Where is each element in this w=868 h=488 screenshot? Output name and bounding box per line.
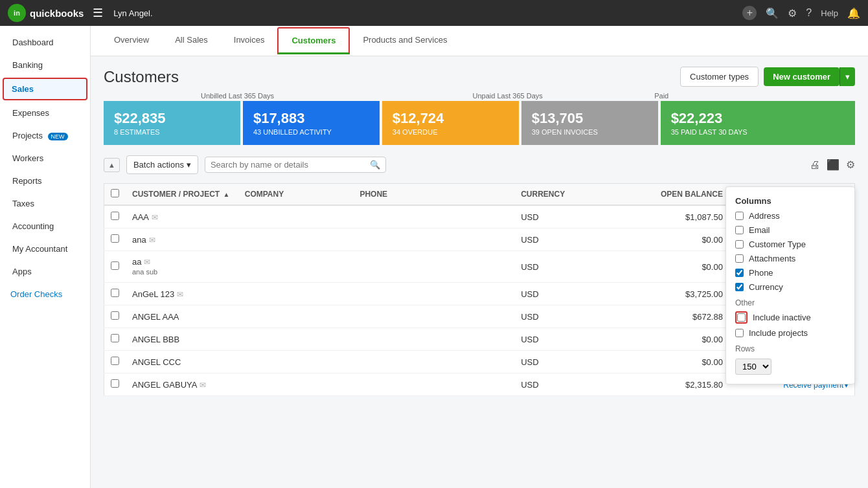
row-checkbox-cell[interactable]	[104, 351, 126, 373]
row-customer-name[interactable]: AnGeL 123	[132, 289, 174, 299]
stat-desc-paid: 35 PAID LAST 30 DAYS	[671, 128, 845, 136]
subnav-all-sales[interactable]: All Sales	[162, 26, 221, 56]
col-option-email[interactable]: Email	[735, 225, 845, 235]
row-checkbox-cell[interactable]	[104, 328, 126, 351]
col-checkbox-include-inactive[interactable]	[737, 313, 746, 322]
sidebar-item-apps[interactable]: Apps	[0, 260, 90, 283]
sidebar-item-banking[interactable]: Banking	[0, 54, 90, 76]
row-checkbox[interactable]	[111, 311, 119, 320]
print-icon[interactable]: 🖨	[810, 159, 820, 171]
col-option-attachments[interactable]: Attachments	[735, 254, 845, 263]
logo[interactable]: in quickbooks	[8, 4, 84, 22]
row-checkbox-cell[interactable]	[104, 228, 126, 251]
subnav-invoices[interactable]: Invoices	[221, 26, 278, 56]
row-currency-cell: USD	[514, 373, 622, 396]
row-checkbox-cell[interactable]	[104, 283, 126, 305]
help-label[interactable]: Help	[821, 8, 838, 18]
rows-select[interactable]: 150 50 100 200	[735, 359, 771, 375]
new-customer-dropdown-button[interactable]: ▾	[839, 67, 855, 86]
row-currency-cell: USD	[514, 228, 622, 251]
row-customer-name[interactable]: ana	[132, 235, 146, 245]
customer-types-button[interactable]: Customer types	[680, 67, 759, 87]
select-all-checkbox[interactable]	[111, 189, 119, 197]
sidebar-item-expenses[interactable]: Expenses	[0, 102, 90, 124]
batch-actions-button[interactable]: Batch actions ▾	[126, 155, 198, 174]
new-customer-button[interactable]: New customer	[764, 67, 839, 86]
sidebar-item-workers[interactable]: Workers	[0, 147, 90, 170]
col-checkbox-email[interactable]	[735, 226, 744, 234]
export-icon[interactable]: ⬛	[827, 159, 839, 171]
stat-card-overdue[interactable]: $12,724 34 OVERDUE	[382, 101, 519, 145]
sidebar-item-reports[interactable]: Reports	[0, 170, 90, 192]
email-icon: ✉	[149, 236, 155, 245]
row-customer-name[interactable]: ANGEL BBB	[132, 335, 179, 344]
row-checkbox-cell[interactable]	[104, 305, 126, 328]
col-checkbox-customer-type[interactable]	[735, 240, 744, 249]
col-checkbox-address[interactable]	[735, 212, 744, 220]
qb-logo-icon: in	[8, 4, 26, 22]
col-header-customer[interactable]: CUSTOMER / PROJECT ▲ COMPANY	[126, 184, 353, 206]
row-currency-cell: USD	[514, 205, 622, 228]
sidebar-item-sales[interactable]: Sales	[3, 78, 87, 100]
col-option-include-inactive[interactable]: Include inactive	[735, 311, 845, 324]
col-check-all[interactable]	[104, 184, 126, 206]
projects-badge: NEW	[48, 133, 68, 140]
subnav-products-services[interactable]: Products and Services	[350, 26, 460, 56]
row-name-cell: AnGeL 123✉	[126, 283, 353, 305]
col-checkbox-currency[interactable]	[735, 283, 744, 291]
col-option-currency[interactable]: Currency	[735, 282, 845, 292]
stat-amount-overdue: $12,724	[393, 110, 508, 127]
col-option-customer-type[interactable]: Customer Type	[735, 239, 845, 249]
stat-card-estimates[interactable]: $22,835 8 ESTIMATES	[104, 101, 240, 145]
help-icon[interactable]: ?	[806, 7, 812, 19]
col-checkbox-attachments[interactable]	[735, 254, 744, 263]
sidebar-item-dashboard[interactable]: Dashboard	[0, 31, 90, 54]
subnav-overview[interactable]: Overview	[101, 26, 162, 56]
row-balance-cell: $672.88	[622, 305, 729, 328]
col-checkbox-phone[interactable]	[735, 269, 744, 277]
stat-card-unbilled[interactable]: $17,883 43 UNBILLED ACTIVITY	[243, 101, 380, 145]
row-customer-name[interactable]: ANGEL AAA	[132, 312, 179, 322]
row-checkbox[interactable]	[111, 334, 119, 342]
row-checkbox[interactable]	[111, 212, 119, 220]
collapse-button[interactable]: ▲	[104, 158, 120, 172]
hamburger-icon[interactable]: ☰	[93, 6, 103, 20]
row-checkbox-cell[interactable]	[104, 205, 126, 228]
subnav-customers[interactable]: Customers	[277, 27, 350, 54]
stat-card-open-invoices[interactable]: $13,705 39 OPEN INVOICES	[521, 101, 658, 145]
settings-columns-icon[interactable]: ⚙	[846, 159, 855, 171]
col-option-include-projects[interactable]: Include projects	[735, 328, 845, 338]
sidebar-item-accounting[interactable]: Accounting	[0, 215, 90, 238]
row-checkbox[interactable]	[111, 289, 119, 297]
row-checkbox[interactable]	[111, 379, 119, 388]
add-icon[interactable]: +	[742, 6, 757, 20]
stat-amount-unbilled: $17,883	[253, 110, 369, 127]
row-balance-cell: $0.00	[622, 328, 729, 351]
sidebar-item-taxes[interactable]: Taxes	[0, 192, 90, 215]
row-checkbox[interactable]	[111, 234, 119, 243]
bell-icon[interactable]: 🔔	[847, 7, 860, 19]
search-input[interactable]	[211, 160, 366, 170]
row-checkbox[interactable]	[111, 357, 119, 365]
search-icon[interactable]: 🔍	[766, 7, 779, 19]
row-checkbox[interactable]	[111, 261, 119, 270]
col-header-balance: OPEN BALANCE	[622, 184, 729, 206]
stats-headers: Unbilled Last 365 Days Unpaid Last 365 D…	[104, 92, 855, 100]
col-checkbox-include-projects[interactable]	[735, 329, 744, 337]
row-customer-name[interactable]: AAA	[132, 212, 149, 222]
row-customer-name[interactable]: ANGEL GABUYA	[132, 380, 197, 390]
sidebar-order-checks[interactable]: Order Checks	[0, 283, 90, 305]
search-box: 🔍	[205, 157, 386, 173]
settings-icon[interactable]: ⚙	[788, 7, 797, 19]
row-customer-name[interactable]: aa	[132, 257, 141, 267]
sidebar-item-my-accountant[interactable]: My Accountant	[0, 238, 90, 260]
col-option-phone[interactable]: Phone	[735, 268, 845, 278]
row-customer-name[interactable]: ANGEL CCC	[132, 357, 181, 367]
stat-card-paid[interactable]: $22,223 35 PAID LAST 30 DAYS	[661, 101, 855, 145]
batch-actions-label: Batch actions	[133, 160, 184, 170]
sidebar-item-projects[interactable]: Projects NEW	[0, 124, 90, 147]
row-checkbox-cell[interactable]	[104, 251, 126, 283]
col-option-address[interactable]: Address	[735, 211, 845, 221]
row-currency-cell: USD	[514, 351, 622, 373]
row-checkbox-cell[interactable]	[104, 373, 126, 396]
